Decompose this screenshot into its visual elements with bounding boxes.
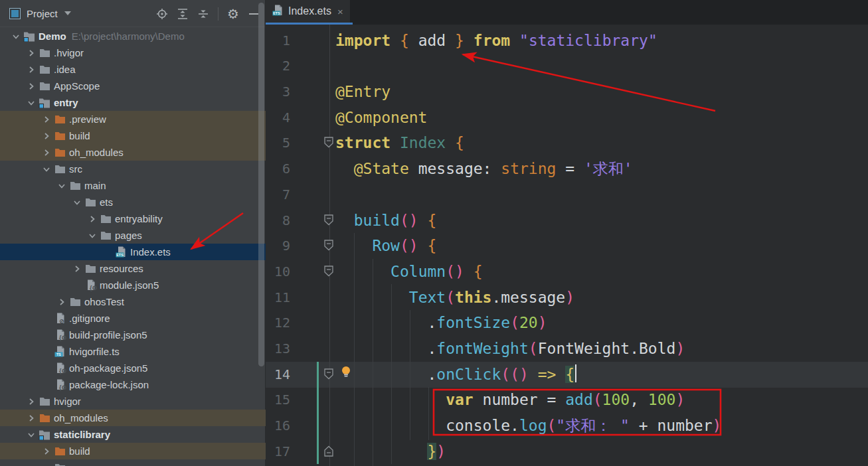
code-line-15[interactable]: 15 var number = add(100, 100) (266, 387, 868, 413)
code-line-14[interactable]: 14 .onClick(() => { (266, 362, 868, 388)
tree-item-package-lock-json[interactable]: {⚙package-lock.json (0, 376, 266, 393)
tree-scrollbar[interactable] (258, 3, 264, 366)
chevron-slot (39, 347, 54, 357)
chevron-down-icon[interactable] (85, 230, 100, 241)
code-line-13[interactable]: 13 .fontWeight(FontWeight.Bold) (266, 336, 868, 362)
tree-item-label: build-profile.json5 (69, 329, 147, 341)
code-line-12[interactable]: 12 .fontSize(20) (266, 310, 868, 336)
tree-item-ohostest[interactable]: ohosTest (0, 293, 266, 310)
tree-item-oh-modules[interactable]: oh_modules (0, 144, 266, 161)
tree-item-entryability[interactable]: entryability (0, 210, 266, 227)
chevron-right-icon[interactable] (24, 413, 39, 424)
chevron-down-icon[interactable] (39, 463, 54, 466)
code-line-16[interactable]: 16 console.log("求和： " + number) (266, 413, 868, 439)
tree-item-oh-package-json5[interactable]: {⚙oh-package.json5 (0, 360, 266, 376)
tree-item-label: resources (100, 263, 143, 274)
chevron-right-icon[interactable] (39, 147, 54, 158)
code-line-7[interactable]: 7 (266, 182, 868, 208)
tree-item-ets[interactable]: ets (0, 194, 266, 210)
tree-item-src[interactable]: src (0, 161, 266, 177)
chevron-down-icon[interactable] (64, 11, 71, 15)
chevron-down-icon[interactable] (54, 181, 69, 191)
folder-icon (100, 230, 112, 241)
tree-item-selected-index.ets[interactable]: ETS Index.ets (0, 244, 266, 260)
expand-all-icon[interactable] (177, 8, 189, 20)
fold-marker[interactable] (323, 368, 334, 383)
code-line-5[interactable]: 5struct Index { (266, 130, 868, 156)
fold-marker[interactable] (323, 136, 334, 151)
tab-index-ets[interactable]: ETS Index.ets × (266, 0, 350, 23)
fold-end-marker[interactable] (323, 445, 334, 460)
tree-item-staticlibrary[interactable]: staticlibrary (0, 426, 266, 443)
code-line-2[interactable]: 2 (266, 53, 868, 79)
chevron-right-icon[interactable] (24, 396, 39, 407)
folder-orange-icon (54, 446, 66, 457)
fold-marker[interactable] (323, 214, 334, 229)
code-line-17[interactable]: 17 }) (266, 439, 868, 465)
code-line-10[interactable]: 10 Column() { (266, 259, 868, 285)
line-number: 16 (266, 413, 290, 439)
folder-icon (39, 81, 50, 92)
project-view-selector[interactable]: Project (27, 8, 58, 19)
collapse-all-icon[interactable] (197, 8, 209, 20)
code-line-9[interactable]: 9 Row() { (266, 233, 868, 259)
tree-item-label: .hvigor (54, 47, 84, 58)
settings-gear-icon[interactable]: ⚙ (227, 8, 239, 20)
tree-item--idea[interactable]: .idea (0, 61, 266, 78)
code-line-6[interactable]: 6 @State message: string = '求和' (266, 156, 868, 182)
code-line-3[interactable]: 3@Entry (266, 79, 868, 105)
line-number: 14 (266, 362, 290, 388)
chevron-right-icon[interactable] (54, 297, 69, 307)
code-line-8[interactable]: 8 build() { (266, 208, 868, 234)
code-line-1[interactable]: 1import { add } from "staticlibrary" (266, 28, 868, 54)
tree-item-build[interactable]: build (0, 443, 266, 459)
text-caret (575, 364, 576, 382)
chevron-down-icon[interactable] (9, 31, 23, 42)
line-number: 2 (266, 53, 290, 79)
tree-item-resources[interactable]: resources (0, 260, 266, 277)
tree-item-partial[interactable] (0, 459, 266, 466)
tree-item-label: hvigorfile.ts (69, 346, 120, 357)
tab-close-icon[interactable]: × (337, 6, 343, 17)
tree-item-build[interactable]: build (0, 127, 266, 144)
tree-item-main[interactable]: main (0, 177, 266, 194)
fold-marker[interactable] (323, 239, 334, 254)
lightbulb-icon[interactable] (340, 365, 352, 382)
tree-item-hvigorfile-ts[interactable]: TS hvigorfile.ts (0, 343, 266, 360)
line-number: 1 (266, 28, 290, 54)
chevron-down-icon[interactable] (24, 98, 39, 108)
chevron-down-icon[interactable] (70, 197, 84, 208)
chevron-down-icon[interactable] (39, 164, 54, 175)
chevron-right-icon[interactable] (39, 114, 54, 125)
tree-item-label: src (69, 163, 82, 175)
tree-item--preview[interactable]: .preview (0, 111, 266, 127)
code-line-11[interactable]: 11 Text(this.message) (266, 285, 868, 311)
fold-marker[interactable] (323, 265, 334, 280)
tree-item-demo[interactable]: DemoE:\project\harmony\Demo (0, 28, 266, 44)
chevron-right-icon[interactable] (85, 214, 100, 224)
tree-item--hvigor[interactable]: .hvigor (0, 44, 266, 61)
tree-item-oh-modules[interactable]: oh_modules (0, 410, 266, 426)
tree-item-label: hvigor (54, 396, 81, 407)
locate-icon[interactable] (156, 8, 168, 20)
chevron-right-icon[interactable] (39, 131, 54, 141)
chevron-right-icon[interactable] (24, 48, 39, 58)
chevron-right-icon[interactable] (39, 446, 54, 457)
tree-item-module-json5[interactable]: {⚙module.json5 (0, 277, 266, 293)
svg-text:ETS: ETS (116, 253, 124, 257)
chevron-right-icon[interactable] (24, 64, 39, 75)
tree-item-hvigor[interactable]: hvigor (0, 393, 266, 410)
ide-window: Project (0, 0, 868, 466)
tree-item--gitignore[interactable]: ⊘.gitignore (0, 310, 266, 327)
code-text: Column() { (335, 259, 483, 285)
folder-icon (54, 463, 66, 466)
code-text: build() { (335, 208, 436, 234)
chevron-right-icon[interactable] (24, 81, 39, 92)
tree-item-appscope[interactable]: AppScope (0, 78, 266, 94)
tree-item-build-profile-json5[interactable]: {⚙build-profile.json5 (0, 327, 266, 343)
code-line-4[interactable]: 4@Component (266, 105, 868, 131)
chevron-right-icon[interactable] (70, 264, 84, 274)
tree-item-pages[interactable]: pages (0, 227, 266, 244)
chevron-down-icon[interactable] (24, 429, 39, 440)
tree-item-entry[interactable]: entry (0, 94, 266, 111)
